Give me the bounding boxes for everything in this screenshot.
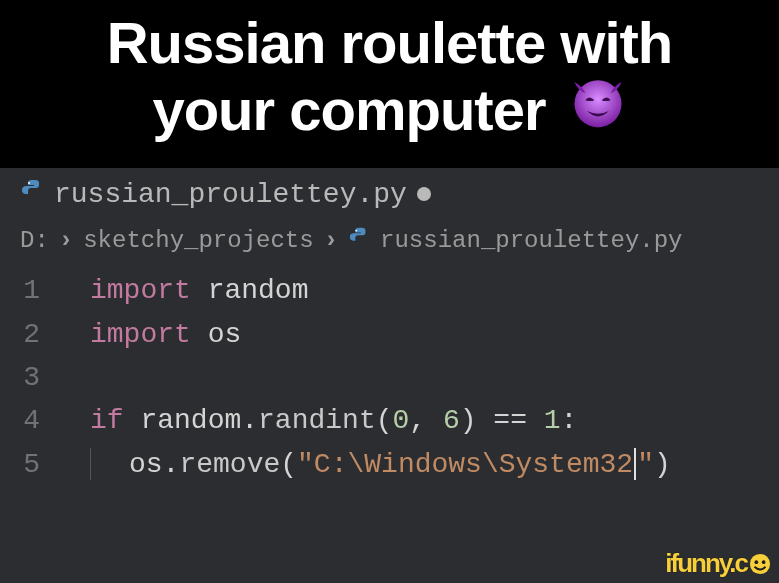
indent-guide	[90, 448, 91, 480]
line-number: 4	[0, 399, 40, 442]
svg-point-2	[355, 230, 357, 232]
editor-tab-bar: russian_proulettey.py	[0, 168, 779, 218]
code-line[interactable]	[90, 356, 779, 399]
meme-caption: Russian roulette with your computer	[0, 0, 779, 168]
svg-point-1	[28, 182, 30, 184]
code-token: ==	[493, 405, 527, 436]
svg-point-5	[762, 560, 766, 564]
chevron-right-icon: ›	[324, 227, 338, 254]
svg-point-4	[755, 560, 759, 564]
line-number-gutter: 12345	[0, 269, 60, 486]
code-token: if	[90, 405, 124, 436]
code-token: import	[90, 319, 191, 350]
code-token: )	[460, 405, 477, 436]
watermark-text: ifunny.c	[665, 548, 747, 579]
code-token: .	[241, 405, 258, 436]
code-token: randint	[258, 405, 376, 436]
code-token: (	[376, 405, 393, 436]
svg-point-0	[574, 80, 621, 127]
caption-line-1: Russian roulette with	[20, 10, 759, 77]
smile-icon	[749, 551, 771, 573]
chevron-right-icon: ›	[59, 227, 73, 254]
code-line[interactable]: import os	[90, 313, 779, 356]
line-number: 1	[0, 269, 40, 312]
code-token: "	[637, 449, 654, 480]
code-token: 1	[544, 405, 561, 436]
python-file-icon	[20, 178, 44, 210]
line-number: 5	[0, 443, 40, 486]
code-editor: russian_proulettey.py D: › sketchy_proje…	[0, 168, 779, 583]
smiling-devil-icon	[569, 73, 627, 145]
breadcrumb-drive[interactable]: D:	[20, 227, 49, 254]
breadcrumb-file[interactable]: russian_proulettey.py	[380, 227, 682, 254]
code-line[interactable]: if random.randint(0, 6) == 1:	[90, 399, 779, 442]
code-token: .	[163, 449, 180, 480]
line-number: 2	[0, 313, 40, 356]
caption-line-2-wrap: your computer	[20, 77, 759, 151]
line-number: 3	[0, 356, 40, 399]
code-content[interactable]: import randomimport os if random.randint…	[60, 269, 779, 486]
code-token: os	[129, 449, 163, 480]
text-cursor	[634, 448, 636, 480]
code-token: random	[140, 405, 241, 436]
code-token: os	[208, 319, 242, 350]
caption-line-2: your computer	[152, 77, 545, 142]
python-file-icon	[348, 226, 370, 255]
code-token: :	[561, 405, 578, 436]
code-token: 0	[393, 405, 410, 436]
breadcrumb-folder[interactable]: sketchy_projects	[83, 227, 313, 254]
unsaved-indicator-icon	[417, 187, 431, 201]
code-line[interactable]: import random	[90, 269, 779, 312]
code-token: remove	[179, 449, 280, 480]
code-token: "C:\Windows\System32	[297, 449, 633, 480]
code-token: )	[654, 449, 671, 480]
code-token: 6	[443, 405, 460, 436]
tab-filename[interactable]: russian_proulettey.py	[54, 179, 407, 210]
code-area[interactable]: 12345 import randomimport os if random.r…	[0, 263, 779, 486]
code-token: (	[280, 449, 297, 480]
svg-point-3	[750, 554, 770, 574]
ifunny-watermark: ifunny.c	[665, 548, 771, 579]
code-token: random	[208, 275, 309, 306]
breadcrumb: D: › sketchy_projects › russian_proulett…	[0, 218, 779, 263]
code-token: import	[90, 275, 191, 306]
code-line[interactable]: os.remove("C:\Windows\System32")	[90, 443, 779, 486]
code-token: ,	[409, 405, 443, 436]
